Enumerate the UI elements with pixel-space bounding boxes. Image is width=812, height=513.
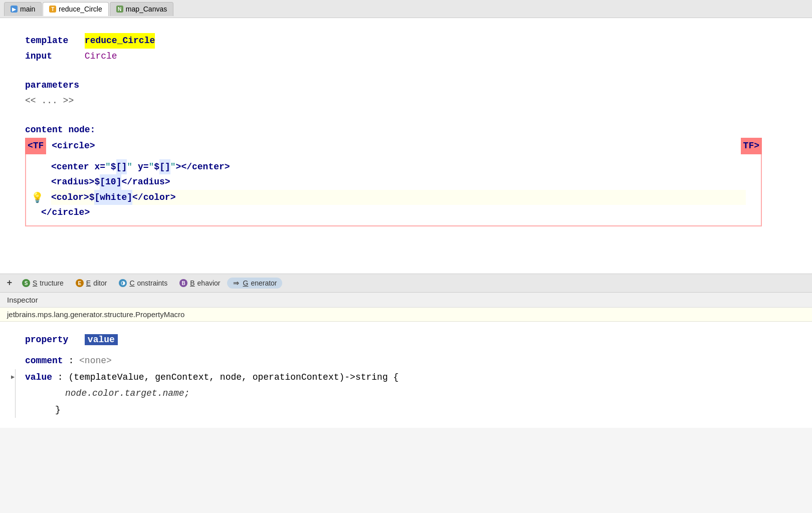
bottom-toolbar: + S Structure E Editor ◑ Constraints B B…: [0, 274, 812, 293]
center-close: ></center>: [176, 159, 230, 175]
comment-line: comment : <none>: [25, 353, 787, 369]
parameters-line: parameters: [25, 78, 787, 93]
radius-line: <radius>$[10]</radius>: [51, 174, 746, 190]
center-line: <center x="$[]" y="$[]" ></center>: [51, 159, 746, 175]
circle-open-tag: <circle>: [52, 138, 95, 154]
value-line: value : (templateValue, genContext, node…: [25, 369, 398, 385]
t-icon: T: [49, 6, 56, 13]
property-keyword: property: [25, 335, 68, 345]
value-close-line: }: [55, 402, 398, 418]
value-body: node.color.target.name;: [65, 385, 189, 401]
inspector-class-name: jetbrains.mps.lang.generator.structure.P…: [7, 310, 184, 319]
parameters-label: parameters: [25, 78, 79, 93]
add-button[interactable]: +: [4, 278, 15, 289]
dollar-radius: $: [94, 174, 100, 190]
toolbar-tab-constraints[interactable]: ◑ Constraints: [114, 278, 172, 289]
editor-label: E: [86, 279, 91, 287]
generator-rest: enerator: [251, 279, 277, 287]
tf-end-label: TF>: [741, 138, 762, 154]
template-name[interactable]: reduce_Circle: [85, 33, 155, 49]
editor-area: template reduce_Circle input Circle para…: [0, 18, 812, 274]
constraints-rest: onstraints: [137, 279, 168, 287]
tab-map-canvas[interactable]: N map_Canvas: [110, 2, 174, 16]
arrow-icon: ▶: [11, 6, 18, 13]
content-label: content node:: [25, 122, 95, 138]
editor-icon: E: [76, 279, 84, 287]
attr-y: y=: [138, 159, 149, 175]
editor-rest: ditor: [93, 279, 107, 287]
n-icon: N: [116, 6, 123, 13]
tf-circle-row: <TF <circle> TF> <center x="$[]" y="$[]"…: [25, 138, 787, 226]
value-body-line: node.color.target.name;: [65, 385, 398, 401]
color-close: </color>: [132, 190, 175, 205]
toolbar-tab-editor[interactable]: E Editor: [71, 278, 112, 289]
content-label-line: content node:: [25, 122, 787, 138]
template-keyword: template: [25, 33, 68, 49]
ellipsis: << ... >>: [25, 93, 74, 109]
tab-main-label: main: [20, 5, 35, 13]
structure-icon: S: [22, 279, 30, 287]
toolbar-tab-structure[interactable]: S Structure: [17, 278, 69, 289]
tab-map-canvas-label: map_Canvas: [126, 5, 167, 13]
value-label: value: [25, 369, 52, 385]
generator-label: G: [243, 279, 248, 287]
input-type: Circle: [85, 49, 117, 64]
center-tag: <center: [51, 159, 89, 175]
behavior-label: B: [190, 279, 194, 287]
ellipsis-line: << ... >>: [25, 93, 787, 109]
structure-label: S: [33, 279, 37, 287]
inspector-class: jetbrains.mps.lang.generator.structure.P…: [0, 308, 812, 322]
tab-reduce-circle[interactable]: T reduce_Circle: [43, 2, 108, 16]
inspector-title: Inspector: [7, 296, 38, 304]
tab-bar: ▶ main T reduce_Circle N map_Canvas: [0, 0, 812, 18]
input-line: input Circle: [25, 49, 787, 64]
attr-x: x=: [94, 159, 105, 175]
color-open: <color>: [51, 190, 89, 205]
radius-close: </radius>: [121, 174, 170, 190]
template-line: template reduce_Circle: [25, 33, 787, 49]
value-section: ▶ value : (templateValue, genContext, no…: [25, 369, 787, 418]
constraints-label: C: [129, 279, 134, 287]
comment-label: comment: [25, 353, 63, 369]
collapse-arrow[interactable]: ▶: [11, 372, 15, 383]
behavior-rest: ehavior: [197, 279, 221, 287]
property-value-header: property value: [25, 332, 787, 348]
toolbar-tab-behavior[interactable]: B Behavior: [174, 278, 225, 289]
lightbulb-icon[interactable]: 💡: [31, 190, 44, 207]
tf-start-label: <TF: [25, 138, 46, 154]
inspector-header: Inspector: [0, 293, 812, 308]
circle-close-line: </circle>: [41, 205, 746, 220]
input-keyword: input: [25, 49, 52, 64]
dollar-y: $: [154, 159, 159, 175]
value-close: }: [55, 402, 61, 418]
vertical-line: [15, 369, 16, 418]
comment-value: <none>: [79, 353, 112, 369]
structure-rest: tructure: [40, 279, 63, 287]
radius-open: <radius>: [51, 174, 94, 190]
constraints-icon: ◑: [119, 279, 127, 287]
dollar-color: $: [89, 190, 95, 205]
circle-close-tag: </circle>: [41, 205, 90, 220]
value-signature: (templateValue, genContext, node, operat…: [68, 369, 398, 385]
color-line: 💡 <color>$[white]</color>: [51, 190, 746, 205]
generator-icon: ⇒: [232, 279, 240, 287]
tab-main[interactable]: ▶ main: [4, 2, 42, 16]
tab-reduce-circle-label: reduce_Circle: [59, 5, 102, 13]
inspector-content: property value comment : <none> ▶ value …: [0, 322, 812, 428]
behavior-icon: B: [179, 279, 187, 287]
value-highlight: value: [85, 334, 118, 345]
attr-x-val: ": [105, 159, 111, 175]
toolbar-tab-generator[interactable]: ⇒ Generator: [227, 278, 282, 289]
dollar-x: $: [111, 159, 116, 175]
